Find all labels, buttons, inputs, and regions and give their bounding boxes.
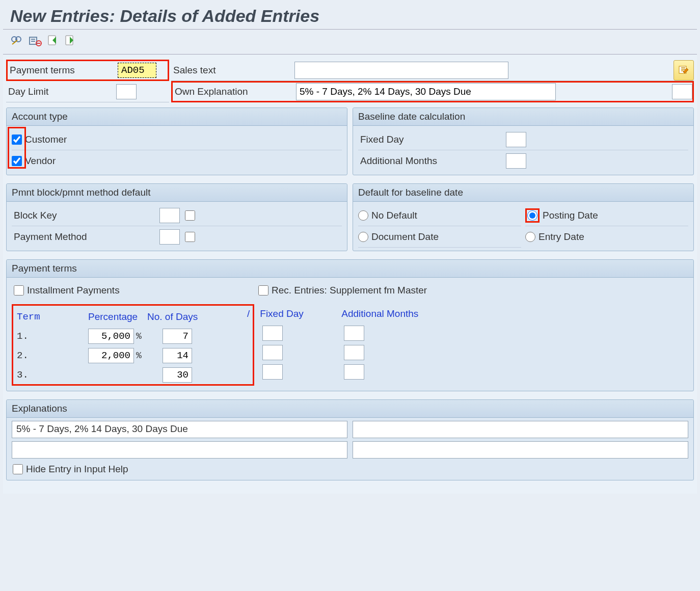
explanation-2-left[interactable]	[12, 441, 347, 459]
document-date-label: Document Date	[371, 231, 439, 243]
sales-text-label: Sales text	[171, 65, 289, 76]
th-days: No. of Days	[147, 311, 198, 323]
th-fixed-day: Fixed Day	[260, 308, 331, 319]
percent-2: %	[136, 351, 142, 361]
baseline-default-panel: Default for baseline date No Default Pos…	[353, 183, 694, 251]
term-2-days[interactable]	[163, 348, 192, 363]
term-2-num: 2.	[17, 350, 29, 361]
term-row-3: 3.	[17, 365, 229, 385]
block-key-label: Block Key	[12, 210, 159, 221]
customer-row: Customer	[12, 129, 342, 150]
payment-terms-input[interactable]	[118, 63, 156, 78]
svg-rect-4	[31, 41, 35, 42]
baseline-calc-panel: Baseline date calculation Fixed Day Addi…	[353, 108, 694, 175]
slash-label: /	[247, 308, 250, 319]
explanation-2-right[interactable]	[353, 441, 688, 459]
payment-terms-field-row: Payment terms	[6, 60, 169, 81]
document-date-radio[interactable]	[358, 232, 368, 242]
th-add-months: Additional Months	[341, 308, 418, 319]
entry-date-radio[interactable]	[525, 232, 535, 242]
term-3-num: 3.	[17, 369, 29, 381]
sales-text-input[interactable]	[294, 62, 508, 79]
block-key-checkbox[interactable]	[185, 210, 195, 221]
explanations-panel: Explanations 5% - 7 Days, 2% 14 Days, 30…	[6, 399, 694, 480]
term-3-addm[interactable]	[344, 364, 364, 380]
pmnt-block-title: Pmnt block/pmnt method default	[7, 184, 347, 202]
long-text-button[interactable]	[674, 60, 694, 80]
payment-terms-label: Payment terms	[8, 65, 118, 76]
percent-1: %	[136, 331, 142, 341]
svg-rect-3	[31, 39, 35, 40]
page-title: New Entries: Details of Added Entries	[10, 6, 690, 26]
account-type-panel: Account type Customer Vendor	[6, 108, 347, 175]
day-limit-label: Day Limit	[6, 86, 116, 97]
term-row-2: 2. %	[17, 346, 229, 365]
term-2-pct[interactable]	[88, 348, 134, 363]
installment-label: Installment Payments	[27, 285, 120, 296]
installment-checkbox[interactable]	[14, 285, 24, 296]
hide-entry-checkbox[interactable]	[13, 464, 23, 474]
fixed-day-label: Fixed Day	[358, 134, 506, 145]
day-limit-field-row: Day Limit	[6, 81, 169, 102]
pmnt-block-panel: Pmnt block/pmnt method default Block Key…	[6, 183, 347, 251]
customer-checkbox[interactable]	[12, 135, 22, 145]
baseline-default-title: Default for baseline date	[353, 184, 693, 202]
vendor-row: Vendor	[12, 150, 342, 172]
term-1-pct[interactable]	[88, 329, 134, 344]
rec-entries-label: Rec. Entries: Supplement fm Master	[272, 285, 427, 296]
payment-method-label: Payment Method	[12, 231, 159, 243]
day-limit-input[interactable]	[116, 84, 137, 99]
own-explanation-label: Own Explanation	[173, 86, 291, 97]
explanations-title: Explanations	[7, 400, 693, 418]
rec-entries-checkbox[interactable]	[258, 285, 268, 296]
own-explanation-extra-input[interactable]	[672, 84, 692, 99]
explanation-1-right[interactable]	[353, 421, 688, 438]
term-3-days[interactable]	[163, 367, 192, 383]
term-2-fixed[interactable]	[262, 345, 283, 360]
term-row-1: 1. %	[17, 327, 229, 346]
term-1-days[interactable]	[163, 329, 192, 344]
term-2-addm[interactable]	[344, 345, 364, 360]
posting-date-label: Posting Date	[543, 210, 598, 221]
payment-method-checkbox[interactable]	[185, 232, 195, 242]
term-3-fixed[interactable]	[262, 364, 283, 380]
account-type-title: Account type	[7, 108, 347, 126]
entry-date-label: Entry Date	[539, 231, 584, 243]
block-key-input[interactable]	[159, 208, 180, 223]
vendor-label: Vendor	[25, 155, 56, 167]
term-1-fixed[interactable]	[262, 326, 283, 341]
no-default-radio[interactable]	[358, 210, 368, 221]
posting-date-radio[interactable]	[527, 210, 537, 221]
toolbar	[3, 30, 697, 55]
payment-method-input[interactable]	[159, 229, 180, 245]
payment-terms-title: Payment terms	[7, 260, 693, 278]
additional-months-label: Additional Months	[358, 155, 506, 167]
delimit-icon[interactable]	[29, 35, 42, 46]
payment-terms-panel: Payment terms Installment Payments Rec. …	[6, 259, 694, 391]
baseline-calc-title: Baseline date calculation	[353, 108, 693, 126]
th-percentage: Percentage	[88, 311, 138, 323]
customer-label: Customer	[25, 134, 67, 145]
no-default-label: No Default	[371, 210, 417, 221]
fixed-day-input[interactable]	[506, 132, 526, 147]
hide-entry-label: Hide Entry in Input Help	[26, 464, 128, 475]
own-explanation-input[interactable]	[296, 83, 556, 100]
title-bar: New Entries: Details of Added Entries	[3, 3, 697, 30]
display-toggle-icon[interactable]	[10, 35, 23, 46]
next-entry-icon[interactable]	[64, 35, 76, 47]
own-explanation-row: Own Explanation	[171, 81, 694, 102]
prev-entry-icon[interactable]	[47, 35, 59, 47]
vendor-checkbox[interactable]	[12, 156, 22, 166]
term-1-num: 1.	[17, 331, 29, 342]
sales-text-row: Sales text	[171, 60, 694, 81]
term-1-addm[interactable]	[344, 326, 364, 341]
additional-months-input[interactable]	[506, 153, 526, 169]
th-term: Term	[17, 311, 40, 323]
explanation-1-left[interactable]: 5% - 7 Days, 2% 14 Days, 30 Days Due	[12, 421, 347, 438]
